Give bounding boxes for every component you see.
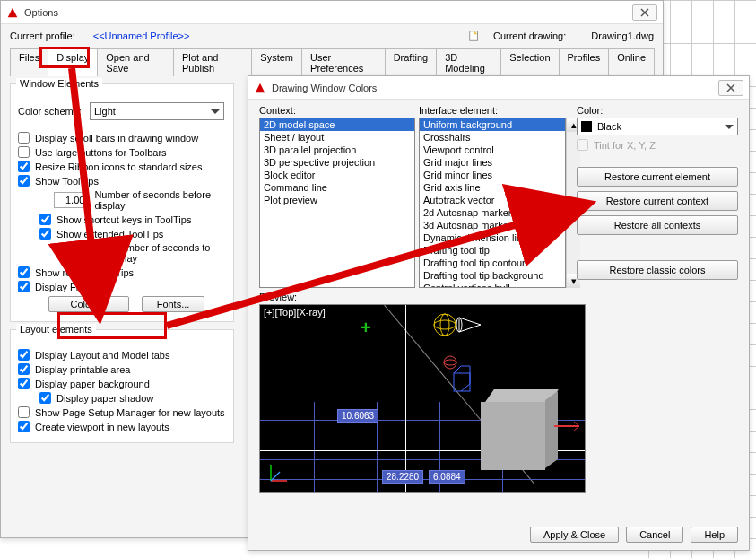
tab-selection[interactable]: Selection xyxy=(500,48,559,76)
tint-xyz-checkbox: Tint for X, Y, Z xyxy=(577,139,738,151)
tab-3d-modeling[interactable]: 3D Modeling xyxy=(436,48,501,76)
interface-element-label: Interface element: xyxy=(419,105,580,116)
preview-coord-2: 28.2280 xyxy=(382,470,423,484)
interface-element-item[interactable]: 3d Autosnap marker xyxy=(420,219,565,231)
window-elements-group: Window Elements Color scheme: Light Disp… xyxy=(10,83,234,322)
fonts-button[interactable]: Fonts... xyxy=(142,296,204,312)
context-item[interactable]: Block editor xyxy=(260,169,414,181)
options-window-title: Options xyxy=(24,7,58,18)
svg-rect-0 xyxy=(470,31,478,41)
context-item[interactable]: 3D perspective projection xyxy=(260,156,414,169)
interface-element-item[interactable]: Drafting tool tip background xyxy=(420,269,565,282)
tab-profiles[interactable]: Profiles xyxy=(559,48,610,76)
colors-window-title: Drawing Window Colors xyxy=(272,83,377,93)
interface-element-item[interactable]: Autotrack vector xyxy=(420,194,565,206)
preview-wire-icon xyxy=(439,353,475,400)
restore-current-element-button[interactable]: Restore current element xyxy=(577,167,738,187)
restore-all-contexts-button[interactable]: Restore all contexts xyxy=(577,215,738,235)
context-label: Context: xyxy=(259,105,415,116)
context-item[interactable]: Plot preview xyxy=(260,194,414,206)
context-listbox[interactable]: 2D model spaceSheet / layout3D parallel … xyxy=(259,118,415,288)
tab-system[interactable]: System xyxy=(251,48,302,76)
interface-element-item[interactable]: Crosshairs xyxy=(420,131,565,144)
preview-coord-3: 6.0884 xyxy=(429,470,465,484)
preview-label: Preview: xyxy=(259,292,586,302)
preview-pane: [+][Top][X-ray] xyxy=(259,304,586,493)
tab-display[interactable]: Display xyxy=(48,48,98,76)
svg-point-3 xyxy=(440,314,449,336)
layout-elements-title: Layout elements xyxy=(16,324,96,335)
interface-element-item[interactable]: Control vertices hull xyxy=(420,282,565,288)
tab-files[interactable]: Files xyxy=(10,48,48,76)
restore-classic-colors-button[interactable]: Restore classic colors xyxy=(577,260,738,280)
color-scheme-value: Light xyxy=(94,106,116,117)
tab-user-prefs[interactable]: User Preferences xyxy=(301,48,386,76)
context-item[interactable]: 2D model space xyxy=(260,118,414,131)
cb-file-tabs[interactable]: Display File Tabs xyxy=(18,281,226,292)
snap-marker-icon: + xyxy=(361,318,371,338)
preview-cube xyxy=(481,402,545,470)
interface-element-listbox[interactable]: Uniform backgroundCrosshairsViewport con… xyxy=(419,118,566,288)
tab-open-save[interactable]: Open and Save xyxy=(97,48,174,76)
color-dropdown[interactable]: Black xyxy=(577,118,738,135)
interface-element-item[interactable]: Drafting tool tip contour xyxy=(420,257,565,269)
interface-element-item[interactable]: Grid axis line xyxy=(420,181,565,194)
secs-before-input[interactable]: 1.00 xyxy=(54,192,89,208)
axis-x-icon xyxy=(554,420,581,434)
svg-point-1 xyxy=(434,314,456,336)
interface-element-item[interactable]: Drafting tool tip xyxy=(420,244,565,257)
svg-rect-7 xyxy=(454,373,470,391)
colors-button[interactable]: Colors... xyxy=(48,296,129,312)
cb-scrollbars[interactable]: Display scroll bars in drawing window xyxy=(18,132,226,144)
interface-element-item[interactable]: Viewport control xyxy=(420,144,565,156)
cb-extended-tooltips[interactable]: Show extended ToolTips xyxy=(18,228,226,240)
cb-paper-shadow[interactable]: Display paper shadow xyxy=(18,392,226,404)
axis-triad-icon xyxy=(267,458,294,486)
layout-elements-group: Layout elements Display Layout and Model… xyxy=(10,329,234,443)
restore-current-context-button[interactable]: Restore current context xyxy=(577,191,738,211)
interface-element-item[interactable]: Uniform background xyxy=(420,118,565,131)
secs-delay-input[interactable]: 2 xyxy=(72,245,109,261)
interface-element-item[interactable]: 2d Autosnap marker xyxy=(420,206,565,219)
interface-element-item[interactable]: Grid minor lines xyxy=(420,169,565,181)
cb-rollover-tooltips[interactable]: Show rollover ToolTips xyxy=(18,266,226,278)
context-item[interactable]: Command line xyxy=(260,181,414,194)
cb-show-tooltips[interactable]: Show ToolTips xyxy=(18,175,226,187)
cancel-button[interactable]: Cancel xyxy=(626,527,683,543)
apply-close-button[interactable]: Apply & Close xyxy=(530,527,619,543)
colors-titlebar: Drawing Window Colors xyxy=(248,76,749,100)
window-elements-title: Window Elements xyxy=(16,78,102,89)
secs-delay-label: Number of seconds to delay xyxy=(114,242,226,264)
interface-element-item[interactable]: Dynamic dimension lines xyxy=(420,231,565,244)
color-swatch-icon xyxy=(581,121,592,132)
interface-element-item[interactable]: Grid major lines xyxy=(420,156,565,169)
cb-resize-ribbon[interactable]: Resize Ribbon icons to standard sizes xyxy=(18,161,226,172)
cb-paper-bg[interactable]: Display paper background xyxy=(18,378,226,389)
autocad-logo-icon xyxy=(254,82,266,94)
tab-plot-publish[interactable]: Plot and Publish xyxy=(173,48,252,76)
cb-large-toolbar[interactable]: Use large buttons for Toolbars xyxy=(18,146,226,158)
color-scheme-dropdown[interactable]: Light xyxy=(90,102,224,120)
cb-layout-model[interactable]: Display Layout and Model tabs xyxy=(18,349,226,361)
context-item[interactable]: Sheet / layout xyxy=(260,131,414,144)
cb-create-viewport[interactable]: Create viewport in new layouts xyxy=(18,421,226,432)
drawing-icon xyxy=(468,30,481,42)
chevron-down-icon xyxy=(725,125,734,129)
tab-online[interactable]: Online xyxy=(608,48,655,76)
context-item[interactable]: 3D parallel projection xyxy=(260,144,414,156)
help-button[interactable]: Help xyxy=(691,527,738,543)
cb-shortcut-keys[interactable]: Show shortcut keys in ToolTips xyxy=(18,214,226,225)
drawing-window-colors-dialog: Drawing Window Colors Context: 2D model … xyxy=(248,75,750,551)
cb-printable[interactable]: Display printable area xyxy=(18,363,226,375)
close-icon[interactable] xyxy=(718,80,743,96)
close-icon[interactable] xyxy=(632,4,657,21)
secs-before-label: Number of seconds before display xyxy=(94,189,226,211)
current-drawing-value: Drawing1.dwg xyxy=(591,31,654,41)
chevron-down-icon xyxy=(211,109,220,114)
svg-point-2 xyxy=(434,320,456,329)
tab-drafting[interactable]: Drafting xyxy=(385,48,438,76)
autocad-logo-icon xyxy=(6,6,19,19)
preview-viewport-label: [+][Top][X-ray] xyxy=(264,307,326,318)
cb-page-setup-mgr[interactable]: Show Page Setup Manager for new layouts xyxy=(18,406,226,418)
svg-point-5 xyxy=(444,356,456,369)
